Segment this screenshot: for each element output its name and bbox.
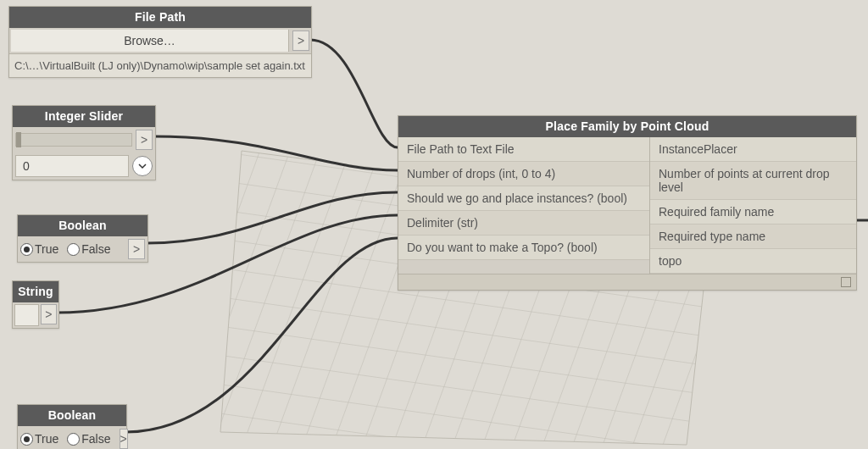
output-port[interactable]: Required type name xyxy=(650,224,856,249)
radio-false[interactable]: False xyxy=(67,432,110,446)
node-place-family-by-point-cloud[interactable]: Place Family by Point Cloud File Path to… xyxy=(398,115,857,291)
slider-track[interactable] xyxy=(15,133,132,147)
node-title: Place Family by Point Cloud xyxy=(398,116,856,137)
browse-button[interactable]: Browse… xyxy=(11,30,289,52)
radio-label-false: False xyxy=(81,432,110,446)
output-port[interactable]: > xyxy=(41,304,57,324)
output-port[interactable]: > xyxy=(292,30,309,51)
radio-label-true: True xyxy=(35,432,58,446)
output-ports-column: InstancePlacer Number of points at curre… xyxy=(650,137,856,274)
node-boolean-1[interactable]: Boolean True False > xyxy=(17,214,148,263)
radio-dot-selected xyxy=(20,243,33,256)
lacing-icon[interactable] xyxy=(841,277,851,287)
input-port[interactable]: Number of drops (int, 0 to 4) xyxy=(398,162,649,186)
node-integer-slider[interactable]: Integer Slider > 0 xyxy=(12,105,156,180)
node-title: Boolean xyxy=(18,405,126,426)
output-port[interactable]: InstancePlacer xyxy=(650,137,856,162)
slider-thumb[interactable] xyxy=(16,132,21,147)
input-port[interactable]: Should we go and place instances? (bool) xyxy=(398,186,649,211)
node-boolean-2[interactable]: Boolean True False > xyxy=(17,404,127,449)
input-port[interactable]: Delimiter (str) xyxy=(398,211,649,236)
node-footer xyxy=(398,274,856,290)
node-string[interactable]: String > xyxy=(12,280,59,329)
output-port[interactable]: > xyxy=(136,130,153,150)
file-path-value: C:\…\VirtualBuilt (LJ only)\Dynamo\wip\s… xyxy=(9,54,311,77)
node-file-path[interactable]: File Path Browse… > C:\…\VirtualBuilt (L… xyxy=(8,6,312,78)
input-ports-column: File Path to Text File Number of drops (… xyxy=(398,137,650,274)
input-port[interactable]: Do you want to make a Topo? (bool) xyxy=(398,236,649,260)
output-port[interactable]: topo xyxy=(650,249,856,274)
radio-dot xyxy=(67,433,80,446)
input-port[interactable]: File Path to Text File xyxy=(398,137,649,162)
slider-value[interactable]: 0 xyxy=(15,155,129,177)
chevron-down-icon xyxy=(138,162,147,170)
node-title: String xyxy=(13,281,58,302)
radio-dot xyxy=(67,243,80,256)
output-port[interactable]: Number of points at current drop level xyxy=(650,162,856,200)
node-title: Integer Slider xyxy=(13,106,155,127)
radio-true[interactable]: True xyxy=(20,432,58,446)
radio-label-true: True xyxy=(35,242,58,256)
radio-label-false: False xyxy=(81,242,110,256)
radio-dot-selected xyxy=(20,433,33,446)
output-port[interactable]: > xyxy=(128,239,145,259)
string-input[interactable] xyxy=(14,304,39,326)
output-port[interactable]: > xyxy=(120,429,128,449)
node-title: Boolean xyxy=(18,215,147,236)
radio-false[interactable]: False xyxy=(67,242,110,256)
output-port[interactable]: Required family name xyxy=(650,200,856,224)
radio-true[interactable]: True xyxy=(20,242,58,256)
expand-button[interactable] xyxy=(132,156,153,176)
node-title: File Path xyxy=(9,7,311,28)
